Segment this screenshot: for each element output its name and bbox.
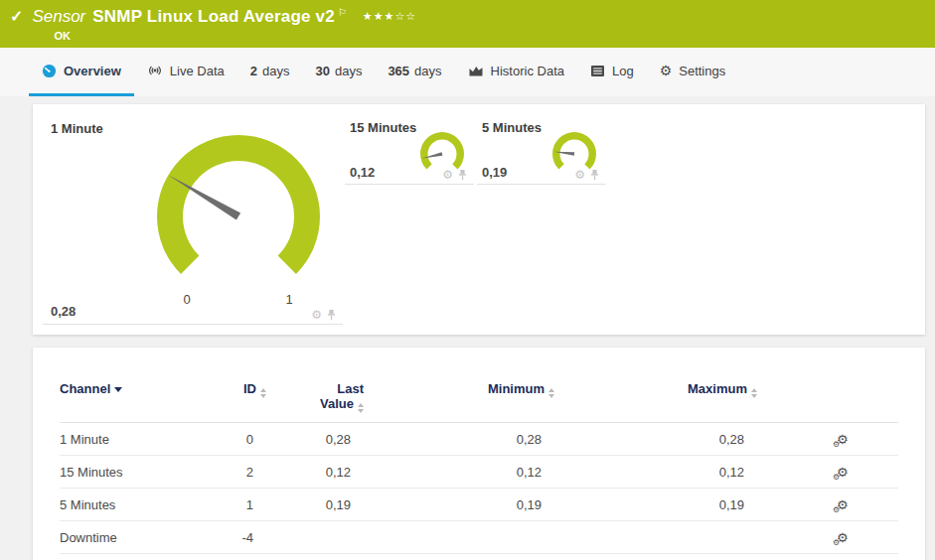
cell-settings: ⚙⚙ — [757, 465, 898, 480]
gear-icon[interactable]: ⚙ — [442, 169, 453, 181]
cell-id: -4 — [199, 530, 266, 545]
channel-settings-icon[interactable]: ⚙⚙ — [837, 530, 849, 545]
gauge-title: 5 Minutes — [482, 120, 542, 135]
cell-minimum: 0,19 — [364, 497, 554, 512]
cell-minimum: 0,28 — [364, 432, 554, 447]
status-badge: OK — [54, 30, 416, 42]
status-check-icon: ✓ — [10, 8, 23, 26]
tab-label: Settings — [679, 64, 725, 78]
gauge-card-5-minutes: 5 Minutes0,19⚙ — [477, 114, 606, 185]
cell-last-value: 0,12 — [266, 465, 364, 480]
gauge-card-actions: ⚙ — [574, 169, 600, 181]
sensor-header: ✓ Sensor SNMP Linux Load Average v2 ⚐ ★★… — [0, 0, 935, 48]
cell-settings: ⚙⚙ — [757, 530, 898, 545]
tab-365-days[interactable]: 365days — [375, 48, 454, 96]
cell-channel: 1 Minute — [60, 432, 199, 447]
gauge-card-actions: ⚙ — [442, 169, 468, 181]
gear-icon[interactable]: ⚙ — [311, 309, 322, 321]
chart-icon — [468, 64, 484, 77]
svg-text:1: 1 — [285, 292, 292, 307]
tab-log[interactable]: Log — [577, 48, 647, 96]
star-filled-icon: ★ — [363, 10, 374, 23]
gauge-card-1-minute: 1 Minute010,28⚙ — [43, 114, 343, 325]
channel-settings-icon[interactable]: ⚙⚙ — [837, 465, 849, 480]
svg-text:0: 0 — [183, 292, 190, 307]
tab-label: days — [335, 64, 362, 78]
channel-row-5-minutes[interactable]: 5 Minutes10,190,190,19⚙⚙ — [60, 489, 898, 521]
cell-channel: Downtime — [60, 530, 199, 545]
cell-id: 1 — [199, 497, 266, 512]
tab-number: 30 — [315, 64, 329, 78]
pin-icon[interactable] — [457, 169, 468, 181]
tab-number: 365 — [388, 64, 409, 78]
cell-last-value: 0,28 — [266, 432, 364, 447]
prtg-sensor-page: ✓ Sensor SNMP Linux Load Average v2 ⚐ ★★… — [0, 0, 935, 560]
gauge-icon — [42, 64, 57, 78]
tab-label: Overview — [64, 64, 121, 78]
star-empty-icon: ☆ — [405, 10, 416, 23]
tab-live-data[interactable]: Live Data — [134, 48, 237, 96]
column-label: ID — [243, 381, 256, 396]
pin-icon[interactable] — [326, 309, 337, 321]
channel-row-1-minute[interactable]: 1 Minute00,280,280,28⚙⚙ — [60, 423, 898, 456]
sensor-kicker: Sensor — [32, 7, 85, 27]
tab-label: Historic Data — [491, 64, 564, 78]
sensor-header-text: Sensor SNMP Linux Load Average v2 ⚐ ★★★☆… — [32, 7, 416, 42]
channel-settings-icon[interactable]: ⚙⚙ — [837, 497, 849, 512]
channel-row-15-minutes[interactable]: 15 Minutes20,120,120,12⚙⚙ — [60, 456, 898, 489]
cell-channel: 15 Minutes — [60, 465, 199, 480]
tab-number: 2 — [250, 64, 257, 78]
gauge-graphic: 01 — [134, 117, 343, 320]
column-header-channel[interactable]: Channel — [60, 381, 199, 396]
gear-icon[interactable]: ⚙ — [574, 169, 585, 181]
column-header-minimum[interactable]: Minimum — [364, 381, 554, 398]
gauge-card-actions: ⚙ — [311, 309, 337, 321]
gauge-card-15-minutes: 15 Minutes0,12⚙ — [345, 114, 474, 185]
tab-label: Live Data — [170, 64, 225, 78]
sort-active-icon — [114, 383, 122, 392]
channels-table-panel: ChannelIDLastValueMinimumMaximum1 Minute… — [33, 348, 925, 560]
tab-label: days — [262, 64, 289, 78]
gauge-dial: 01 — [134, 117, 343, 316]
tab-2-days[interactable]: 2days — [237, 48, 303, 96]
table-header-row: ChannelIDLastValueMinimumMaximum — [60, 381, 898, 423]
cell-maximum: 0,28 — [554, 432, 757, 447]
tab-30-days[interactable]: 30days — [302, 48, 375, 96]
cell-maximum: 0,19 — [554, 497, 757, 512]
pin-icon[interactable] — [589, 169, 600, 181]
priority-rating[interactable]: ★★★☆☆ — [363, 10, 416, 23]
cell-settings: ⚙⚙ — [757, 432, 898, 447]
content-area: 1 Minute010,28⚙15 Minutes0,12⚙5 Minutes0… — [0, 96, 935, 560]
star-empty-icon: ☆ — [394, 10, 405, 23]
tab-overview[interactable]: Overview — [29, 48, 134, 96]
gauge-last-value: 0,28 — [51, 304, 76, 319]
gauges-panel: 1 Minute010,28⚙15 Minutes0,12⚙5 Minutes0… — [33, 104, 925, 335]
tab-label: days — [414, 64, 441, 78]
cell-channel: 5 Minutes — [60, 497, 199, 512]
gauge-title: 1 Minute — [51, 121, 103, 136]
cell-id: 0 — [199, 432, 266, 447]
cell-last-value: 0,19 — [266, 497, 364, 512]
column-label: Minimum — [488, 381, 545, 396]
cell-id: 2 — [199, 465, 266, 480]
star-filled-icon: ★ — [385, 10, 395, 23]
channel-settings-icon[interactable]: ⚙⚙ — [837, 432, 849, 447]
channel-row-downtime[interactable]: Downtime-4⚙⚙ — [60, 521, 898, 554]
live-icon — [147, 64, 163, 77]
column-label: Channel — [60, 381, 110, 396]
gauge-last-value: 0,12 — [350, 165, 375, 180]
tab-settings[interactable]: ⚙Settings — [647, 48, 739, 96]
cell-settings: ⚙⚙ — [757, 497, 898, 512]
flag-icon[interactable]: ⚐ — [338, 7, 347, 18]
tab-historic-data[interactable]: Historic Data — [455, 48, 577, 96]
star-filled-icon: ★ — [374, 10, 385, 23]
tab-bar: OverviewLive Data2days30days365daysHisto… — [0, 48, 935, 96]
gauge-title: 15 Minutes — [350, 120, 416, 135]
column-header-last_value[interactable]: LastValue — [266, 381, 364, 413]
page-title: SNMP Linux Load Average v2 — [92, 7, 335, 27]
column-label: Maximum — [688, 381, 747, 396]
sort-icon — [751, 388, 757, 398]
gear-icon: ⚙ — [660, 64, 673, 77]
column-header-maximum[interactable]: Maximum — [554, 381, 757, 398]
column-header-id[interactable]: ID — [199, 381, 266, 398]
